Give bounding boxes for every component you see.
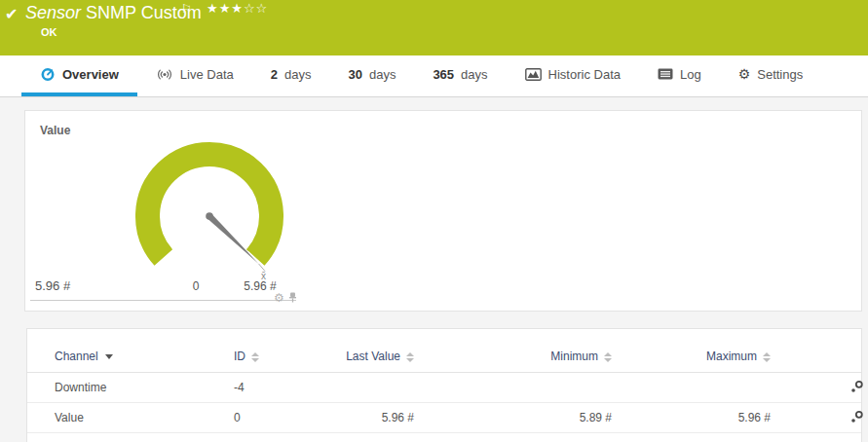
channel-settings-icon[interactable] [850, 383, 864, 396]
tab-label: Log [680, 67, 701, 82]
page-title: Sensor SNMP Custom [25, 3, 202, 23]
column-header-actions [777, 341, 861, 373]
column-header-channel[interactable]: Channel [27, 341, 207, 373]
tab-label: Live Data [180, 67, 234, 82]
tab-2-days[interactable]: 2 days [252, 55, 330, 96]
tab-365-days[interactable]: 365 days [414, 55, 506, 96]
tab-label: Historic Data [548, 67, 621, 82]
column-header-id[interactable]: ID [207, 341, 321, 373]
area-chart-icon [525, 68, 542, 81]
table-header-row: Channel ID Last Value Minimum Maximum [27, 341, 861, 373]
table-row-value[interactable]: Value 0 5.96 # 5.89 # 5.96 # [27, 403, 861, 433]
sensor-page: ✔ Sensor SNMP Custom ⚐ ★★★☆☆ OK Overview… [0, 0, 868, 442]
gauge-panel: Value x̄ 0 5.96 # 5.96 # ⚙ [24, 110, 862, 312]
sort-icon [763, 352, 771, 362]
cell-actions [777, 403, 861, 433]
gear-icon: ⚙ [738, 67, 751, 81]
cell-last-value: 5.96 # [321, 403, 421, 433]
column-header-last-value[interactable]: Last Value [321, 341, 421, 373]
pin-icon[interactable] [288, 289, 297, 307]
tab-log[interactable]: Log [639, 55, 720, 96]
gauge-needle [208, 214, 259, 264]
value-gauge: x̄ [25, 111, 861, 311]
check-icon: ✔ [5, 5, 18, 23]
tab-historic-data[interactable]: Historic Data [507, 55, 639, 96]
gauge-current-value: 5.96 # [35, 278, 70, 293]
tab-overview[interactable]: Overview [21, 55, 137, 96]
cell-actions [777, 373, 861, 403]
gauge-divider [30, 300, 296, 301]
channel-table-panel: Channel ID Last Value Minimum Maximum Do… [26, 328, 862, 442]
tab-label: days [369, 67, 396, 82]
sort-desc-icon [105, 354, 113, 359]
status-badge: OK [41, 26, 57, 38]
tab-label: Overview [62, 67, 119, 82]
column-header-minimum[interactable]: Minimum [421, 341, 619, 373]
cell-maximum: 5.96 # [619, 403, 777, 433]
channel-settings-icon[interactable] [850, 413, 864, 426]
broadcast-icon [156, 68, 173, 81]
cell-channel[interactable]: Value [27, 403, 207, 433]
tab-30-days[interactable]: 30 days [329, 55, 414, 96]
tab-settings[interactable]: ⚙ Settings [720, 55, 822, 96]
channel-table: Channel ID Last Value Minimum Maximum Do… [27, 341, 861, 433]
cell-last-value [321, 373, 421, 403]
star-empty-icons: ☆☆ [244, 1, 268, 16]
gauge-icon [40, 66, 56, 82]
sensor-type-label: Sensor [25, 3, 81, 22]
tab-number: 2 [271, 67, 278, 82]
flag-icon[interactable]: ⚐ [181, 2, 192, 16]
tab-number: 365 [433, 67, 454, 82]
log-list-icon [658, 68, 673, 80]
sort-icon [406, 352, 414, 362]
gauge-arc [148, 155, 272, 258]
sort-icon [251, 352, 259, 362]
table-row-downtime[interactable]: Downtime -4 [27, 373, 861, 403]
tab-label: Settings [757, 67, 803, 82]
cell-channel[interactable]: Downtime [27, 373, 207, 403]
cell-maximum [619, 373, 777, 403]
priority-stars[interactable]: ★★★☆☆ [207, 1, 268, 16]
sort-icon [604, 352, 612, 362]
tab-bar: Overview Live Data 2 days 30 days 365 da… [0, 55, 868, 97]
gear-icon[interactable]: ⚙ [274, 292, 284, 304]
cell-id: -4 [207, 373, 321, 403]
cell-id: 0 [207, 403, 321, 433]
cell-minimum [421, 373, 619, 403]
sensor-header: ✔ Sensor SNMP Custom ⚐ ★★★☆☆ OK [0, 0, 868, 55]
tab-number: 30 [348, 67, 361, 82]
gauge-toolbar: ⚙ [274, 289, 297, 307]
gauge-scale-min: 0 [184, 279, 208, 293]
tab-label: days [461, 67, 487, 82]
tab-label: days [284, 67, 311, 82]
star-filled-icons: ★★★ [207, 1, 244, 16]
column-header-maximum[interactable]: Maximum [619, 341, 777, 373]
cell-minimum: 5.89 # [421, 403, 619, 433]
tab-live-data[interactable]: Live Data [137, 55, 252, 96]
